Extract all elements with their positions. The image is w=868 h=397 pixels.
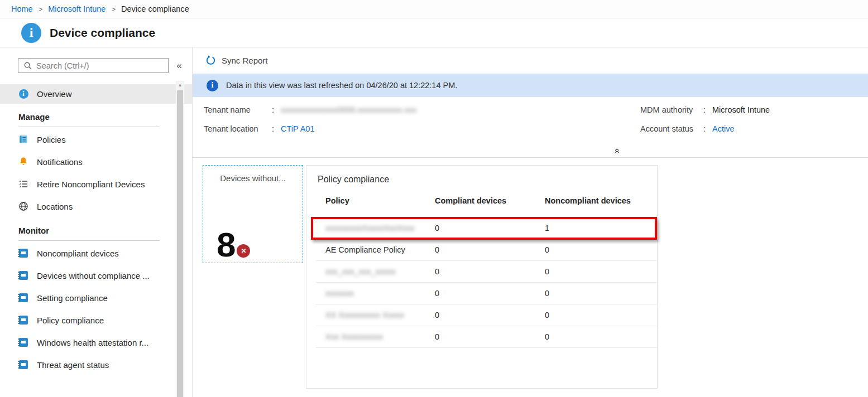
search-box[interactable] xyxy=(18,58,169,73)
colon: : xyxy=(272,124,274,133)
info-banner: i Data in this view was last refreshed o… xyxy=(193,74,868,97)
compliant-cell: 0 xyxy=(435,267,545,276)
colon: : xyxy=(703,124,706,133)
column-header-policy: Policy xyxy=(316,196,435,205)
banner-message: Data in this view was last refreshed on … xyxy=(226,81,457,90)
sidebar-item-label: Windows health attestation r... xyxy=(37,338,148,347)
compliant-cell: 0 xyxy=(435,289,545,298)
sidebar: « i Overview Manage xyxy=(0,47,193,397)
device-count: 8 xyxy=(217,231,235,259)
chevron-right-icon: > xyxy=(39,5,43,13)
sidebar-item-label: Noncompliant devices xyxy=(37,249,119,258)
policy-name-cell: AE Compliance Policy xyxy=(316,245,435,254)
sidebar-item-windows-health-attestation[interactable]: Windows health attestation r... xyxy=(0,331,192,354)
table-row[interactable]: xxx_xxx_xxx_xxxxx 0 0 xyxy=(316,261,657,283)
sidebar-item-threat-agent-status[interactable]: Threat agent status xyxy=(0,354,192,376)
colon: : xyxy=(272,105,274,114)
tenant-summary: Tenant name : xxxxxxxxxxxxxx0000.xxxxxxx… xyxy=(193,97,868,158)
compliant-cell: 0 xyxy=(435,224,545,233)
table-row[interactable]: xxxxxxxxxXxxxxXxxXxxx 0 1 xyxy=(316,217,657,239)
sidebar-collapse-button[interactable]: « xyxy=(172,60,186,71)
table-row[interactable]: Xxx Xxxxxxxxxx 0 0 xyxy=(316,326,657,348)
sidebar-item-locations[interactable]: Locations xyxy=(0,195,192,217)
sidebar-item-notifications[interactable]: Notifications xyxy=(0,151,192,173)
info-icon: i xyxy=(207,80,218,91)
report-icon xyxy=(19,249,28,258)
sync-report-button[interactable]: Sync Report xyxy=(205,55,268,66)
sidebar-item-label: Devices without compliance ... xyxy=(37,271,150,280)
divider xyxy=(18,240,160,241)
report-icon xyxy=(19,293,28,302)
policy-name-cell-redacted: xxx_xxx_xxx_xxxxx xyxy=(316,267,435,276)
error-badge-icon: ✕ xyxy=(237,244,250,258)
sidebar-item-label: Policies xyxy=(37,135,66,144)
compliant-cell: 0 xyxy=(435,311,545,319)
sidebar-nav: i Overview Manage Po xyxy=(0,84,192,376)
sidebar-scrollbar: ▲ xyxy=(176,81,184,397)
noncompliant-cell: 0 xyxy=(545,311,657,319)
scrollbar-thumb[interactable] xyxy=(177,90,183,397)
sidebar-item-policies[interactable]: Policies xyxy=(0,128,192,151)
report-icon xyxy=(19,360,28,369)
account-status-link[interactable]: Active xyxy=(712,124,735,133)
scrollbar-up-arrow[interactable]: ▲ xyxy=(176,81,184,89)
dashboard-content: Devices without... 8 ✕ Policy compliance… xyxy=(193,158,868,397)
breadcrumb: Home > Microsoft Intune > Device complia… xyxy=(0,0,868,18)
policy-name-cell-redacted: XX Xxxxxxxxxx Xxxxx xyxy=(316,311,435,319)
breadcrumb-link-home[interactable]: Home xyxy=(11,4,33,13)
policy-name-cell-redacted: xxxxxxxxxXxxxxXxxXxxx xyxy=(316,224,435,233)
sidebar-section-monitor: Monitor xyxy=(18,226,192,235)
table-row[interactable]: XX Xxxxxxxxxx Xxxxx 0 0 xyxy=(316,304,657,326)
column-header-noncompliant: Noncompliant devices xyxy=(545,196,657,205)
locations-globe-icon xyxy=(18,201,28,211)
account-status-label: Account status xyxy=(640,124,703,133)
notifications-bell-icon xyxy=(18,157,28,167)
tenant-location-link[interactable]: CTiP A01 xyxy=(281,124,314,133)
sidebar-item-noncompliant-devices[interactable]: Noncompliant devices xyxy=(0,242,192,264)
sidebar-item-label: Locations xyxy=(37,202,73,211)
mdm-authority-label: MDM authority xyxy=(640,105,703,114)
noncompliant-cell: 0 xyxy=(545,245,657,254)
info-icon: i xyxy=(19,89,28,99)
report-icon xyxy=(19,316,28,325)
sidebar-item-retire-noncompliant-devices[interactable]: Retire Noncompliant Devices xyxy=(0,173,192,195)
retire-list-icon xyxy=(18,179,28,189)
sidebar-item-devices-without-compliance[interactable]: Devices without compliance ... xyxy=(0,264,192,287)
devices-without-compliance-tile[interactable]: Devices without... 8 ✕ xyxy=(203,165,303,263)
report-icon xyxy=(19,271,28,280)
search-input[interactable] xyxy=(36,61,168,70)
breadcrumb-current: Device compliance xyxy=(121,4,189,13)
compliant-cell: 0 xyxy=(435,245,545,254)
sidebar-item-label: Notifications xyxy=(37,157,83,167)
tile-title: Devices without... xyxy=(203,173,303,183)
sidebar-item-setting-compliance[interactable]: Setting compliance xyxy=(0,287,192,309)
sidebar-item-label: Policy compliance xyxy=(37,316,104,325)
sidebar-item-overview[interactable]: i Overview xyxy=(0,84,192,104)
card-title: Policy compliance xyxy=(318,175,389,185)
sync-report-label: Sync Report xyxy=(222,56,268,65)
noncompliant-cell: 0 xyxy=(545,332,657,341)
sidebar-section-manage: Manage xyxy=(18,112,192,122)
sidebar-item-label: Threat agent status xyxy=(37,360,109,370)
policy-compliance-card: Policy compliance Policy Compliant devic… xyxy=(306,165,658,389)
sidebar-item-policy-compliance[interactable]: Policy compliance xyxy=(0,309,192,331)
sidebar-item-label: Retire Noncompliant Devices xyxy=(37,180,145,189)
sidebar-search-row: « xyxy=(18,58,192,73)
divider xyxy=(18,127,160,127)
breadcrumb-link-microsoft-intune[interactable]: Microsoft Intune xyxy=(48,4,105,13)
policy-name-cell-redacted: Xxx Xxxxxxxxxx xyxy=(316,332,435,341)
tenant-name-value-redacted: xxxxxxxxxxxxxx0000.xxxxxxxxxxx.xxx xyxy=(281,105,416,114)
refresh-icon xyxy=(205,55,216,66)
device-compliance-page: Home > Microsoft Intune > Device complia… xyxy=(0,0,868,397)
collapse-section-button[interactable]: « xyxy=(613,148,622,153)
policy-table-header: Policy Compliant devices Noncompliant de… xyxy=(316,196,657,205)
chevron-right-icon: > xyxy=(111,5,116,13)
tenant-name-label: Tenant name xyxy=(204,105,272,114)
tenant-location-label: Tenant location xyxy=(204,124,272,133)
sidebar-item-label: Setting compliance xyxy=(37,293,108,303)
report-icon xyxy=(19,338,28,347)
title-bar: i Device compliance xyxy=(0,18,868,47)
noncompliant-cell: 0 xyxy=(545,267,657,276)
table-row[interactable]: AE Compliance Policy 0 0 xyxy=(316,239,657,261)
table-row[interactable]: xxxxxxx 0 0 xyxy=(316,283,657,304)
